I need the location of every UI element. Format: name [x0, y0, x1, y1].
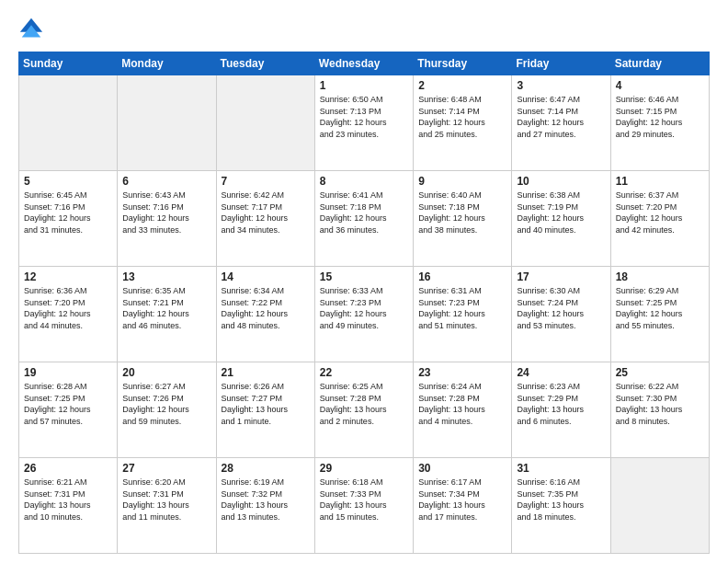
day-info: Sunrise: 6:40 AM Sunset: 7:18 PM Dayligh…: [418, 190, 506, 236]
calendar-week-0: 1Sunrise: 6:50 AM Sunset: 7:13 PM Daylig…: [19, 75, 710, 171]
calendar-cell: 5Sunrise: 6:45 AM Sunset: 7:16 PM Daylig…: [19, 171, 118, 267]
day-number: 31: [517, 462, 605, 475]
calendar-cell: 16Sunrise: 6:31 AM Sunset: 7:23 PM Dayli…: [414, 267, 512, 362]
calendar-table: SundayMondayTuesdayWednesdayThursdayFrid…: [18, 52, 710, 554]
calendar-cell: 17Sunrise: 6:30 AM Sunset: 7:24 PM Dayli…: [512, 267, 610, 362]
calendar-cell: 7Sunrise: 6:42 AM Sunset: 7:17 PM Daylig…: [216, 171, 314, 267]
day-info: Sunrise: 6:42 AM Sunset: 7:17 PM Dayligh…: [222, 190, 310, 236]
calendar-weekday-friday: Friday: [512, 52, 610, 75]
day-number: 28: [222, 462, 310, 475]
day-number: 12: [24, 270, 112, 283]
day-info: Sunrise: 6:20 AM Sunset: 7:31 PM Dayligh…: [122, 477, 210, 523]
day-info: Sunrise: 6:16 AM Sunset: 7:35 PM Dayligh…: [517, 477, 605, 523]
calendar-weekday-saturday: Saturday: [610, 52, 709, 75]
calendar-cell: 13Sunrise: 6:35 AM Sunset: 7:21 PM Dayli…: [118, 267, 216, 362]
calendar-cell: 11Sunrise: 6:37 AM Sunset: 7:20 PM Dayli…: [610, 171, 709, 267]
day-number: 14: [222, 270, 310, 283]
calendar-week-3: 19Sunrise: 6:28 AM Sunset: 7:25 PM Dayli…: [19, 362, 710, 458]
calendar-cell: [216, 75, 314, 171]
day-number: 16: [418, 270, 506, 283]
calendar-week-2: 12Sunrise: 6:36 AM Sunset: 7:20 PM Dayli…: [19, 267, 710, 362]
calendar-cell: 4Sunrise: 6:46 AM Sunset: 7:15 PM Daylig…: [610, 75, 709, 171]
day-number: 21: [222, 366, 310, 379]
day-info: Sunrise: 6:17 AM Sunset: 7:34 PM Dayligh…: [418, 477, 506, 523]
day-info: Sunrise: 6:27 AM Sunset: 7:26 PM Dayligh…: [122, 381, 210, 427]
day-info: Sunrise: 6:31 AM Sunset: 7:23 PM Dayligh…: [418, 285, 506, 331]
calendar-cell: 18Sunrise: 6:29 AM Sunset: 7:25 PM Dayli…: [610, 267, 709, 362]
day-number: 6: [122, 175, 210, 188]
day-number: 5: [24, 175, 112, 188]
calendar-cell: 9Sunrise: 6:40 AM Sunset: 7:18 PM Daylig…: [414, 171, 512, 267]
day-number: 1: [320, 79, 408, 92]
calendar-weekday-thursday: Thursday: [414, 52, 512, 75]
day-number: 11: [616, 175, 704, 188]
day-info: Sunrise: 6:48 AM Sunset: 7:14 PM Dayligh…: [418, 94, 506, 140]
day-number: 2: [418, 79, 506, 92]
day-number: 30: [418, 462, 506, 475]
calendar-cell: 26Sunrise: 6:21 AM Sunset: 7:31 PM Dayli…: [19, 458, 118, 554]
day-number: 15: [320, 270, 408, 283]
day-info: Sunrise: 6:18 AM Sunset: 7:33 PM Dayligh…: [320, 477, 408, 523]
calendar-weekday-tuesday: Tuesday: [216, 52, 314, 75]
calendar-cell: 27Sunrise: 6:20 AM Sunset: 7:31 PM Dayli…: [118, 458, 216, 554]
day-info: Sunrise: 6:38 AM Sunset: 7:19 PM Dayligh…: [517, 190, 605, 236]
calendar-cell: 1Sunrise: 6:50 AM Sunset: 7:13 PM Daylig…: [314, 75, 413, 171]
day-info: Sunrise: 6:35 AM Sunset: 7:21 PM Dayligh…: [122, 285, 210, 331]
calendar-week-1: 5Sunrise: 6:45 AM Sunset: 7:16 PM Daylig…: [19, 171, 710, 267]
day-info: Sunrise: 6:36 AM Sunset: 7:20 PM Dayligh…: [24, 285, 112, 331]
day-info: Sunrise: 6:45 AM Sunset: 7:16 PM Dayligh…: [24, 190, 112, 236]
day-info: Sunrise: 6:19 AM Sunset: 7:32 PM Dayligh…: [222, 477, 310, 523]
day-number: 27: [122, 462, 210, 475]
calendar-cell: 21Sunrise: 6:26 AM Sunset: 7:27 PM Dayli…: [216, 362, 314, 458]
day-info: Sunrise: 6:24 AM Sunset: 7:28 PM Dayligh…: [418, 381, 506, 427]
day-number: 20: [122, 366, 210, 379]
page: SundayMondayTuesdayWednesdayThursdayFrid…: [0, 0, 728, 563]
day-number: 8: [320, 175, 408, 188]
calendar-weekday-monday: Monday: [118, 52, 216, 75]
header: [18, 17, 710, 42]
day-info: Sunrise: 6:29 AM Sunset: 7:25 PM Dayligh…: [616, 285, 704, 331]
day-info: Sunrise: 6:41 AM Sunset: 7:18 PM Dayligh…: [320, 190, 408, 236]
calendar-cell: [19, 75, 118, 171]
calendar-cell: 31Sunrise: 6:16 AM Sunset: 7:35 PM Dayli…: [512, 458, 610, 554]
day-number: 29: [320, 462, 408, 475]
calendar-cell: 20Sunrise: 6:27 AM Sunset: 7:26 PM Dayli…: [118, 362, 216, 458]
calendar-cell: 8Sunrise: 6:41 AM Sunset: 7:18 PM Daylig…: [314, 171, 413, 267]
day-info: Sunrise: 6:28 AM Sunset: 7:25 PM Dayligh…: [24, 381, 112, 427]
logo-icon: [18, 17, 44, 42]
day-number: 13: [122, 270, 210, 283]
calendar-cell: 10Sunrise: 6:38 AM Sunset: 7:19 PM Dayli…: [512, 171, 610, 267]
calendar-weekday-sunday: Sunday: [19, 52, 118, 75]
calendar-cell: 12Sunrise: 6:36 AM Sunset: 7:20 PM Dayli…: [19, 267, 118, 362]
calendar-cell: 29Sunrise: 6:18 AM Sunset: 7:33 PM Dayli…: [314, 458, 413, 554]
day-info: Sunrise: 6:21 AM Sunset: 7:31 PM Dayligh…: [24, 477, 112, 523]
day-info: Sunrise: 6:25 AM Sunset: 7:28 PM Dayligh…: [320, 381, 408, 427]
calendar-cell: 22Sunrise: 6:25 AM Sunset: 7:28 PM Dayli…: [314, 362, 413, 458]
calendar-week-4: 26Sunrise: 6:21 AM Sunset: 7:31 PM Dayli…: [19, 458, 710, 554]
day-number: 19: [24, 366, 112, 379]
day-info: Sunrise: 6:37 AM Sunset: 7:20 PM Dayligh…: [616, 190, 704, 236]
logo: [18, 17, 48, 42]
day-number: 9: [418, 175, 506, 188]
day-info: Sunrise: 6:34 AM Sunset: 7:22 PM Dayligh…: [222, 285, 310, 331]
calendar-header-row: SundayMondayTuesdayWednesdayThursdayFrid…: [19, 52, 710, 75]
calendar-cell: 14Sunrise: 6:34 AM Sunset: 7:22 PM Dayli…: [216, 267, 314, 362]
day-number: 10: [517, 175, 605, 188]
day-number: 7: [222, 175, 310, 188]
calendar-cell: 19Sunrise: 6:28 AM Sunset: 7:25 PM Dayli…: [19, 362, 118, 458]
day-number: 4: [616, 79, 704, 92]
day-info: Sunrise: 6:33 AM Sunset: 7:23 PM Dayligh…: [320, 285, 408, 331]
day-info: Sunrise: 6:46 AM Sunset: 7:15 PM Dayligh…: [616, 94, 704, 140]
calendar-cell: [118, 75, 216, 171]
calendar-cell: [610, 458, 709, 554]
day-number: 23: [418, 366, 506, 379]
day-info: Sunrise: 6:43 AM Sunset: 7:16 PM Dayligh…: [122, 190, 210, 236]
calendar-cell: 24Sunrise: 6:23 AM Sunset: 7:29 PM Dayli…: [512, 362, 610, 458]
day-info: Sunrise: 6:47 AM Sunset: 7:14 PM Dayligh…: [517, 94, 605, 140]
day-info: Sunrise: 6:23 AM Sunset: 7:29 PM Dayligh…: [517, 381, 605, 427]
day-number: 26: [24, 462, 112, 475]
day-number: 22: [320, 366, 408, 379]
calendar-cell: 23Sunrise: 6:24 AM Sunset: 7:28 PM Dayli…: [414, 362, 512, 458]
day-number: 17: [517, 270, 605, 283]
day-number: 18: [616, 270, 704, 283]
